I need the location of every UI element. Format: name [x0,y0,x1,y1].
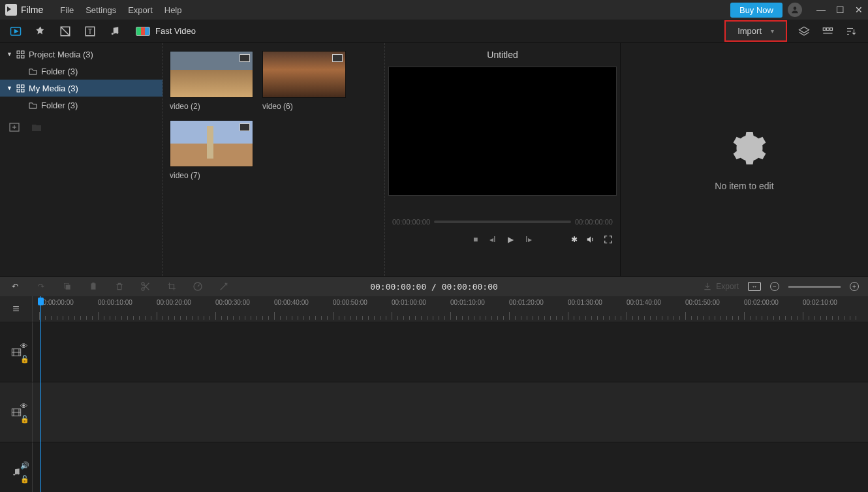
volume-icon[interactable] [585,235,596,244]
svg-point-0 [794,7,797,10]
tree-my-folder[interactable]: Folder (3) [0,97,163,114]
ruler-label: 00:01:10:00 [450,299,485,306]
fullscreen-icon[interactable] [604,235,613,244]
tree-project-media[interactable]: ▼ Project Media (3) [0,46,163,63]
zoom-out-icon[interactable]: − [770,282,779,291]
svg-rect-19 [17,55,20,57]
tree-label: Folder (3) [41,100,78,110]
copy-icon[interactable] [61,281,73,292]
speaker-icon[interactable]: 🔊 [20,461,29,470]
tree-project-folder[interactable]: Folder (3) [0,63,163,80]
svg-point-7 [112,33,114,35]
main-area: ▼ Project Media (3) Folder (3) ▼ My Medi… [0,43,868,277]
menu-help[interactable]: Help [164,5,182,15]
svg-rect-24 [22,89,24,91]
audio-tab-icon[interactable] [108,25,121,38]
lock-icon[interactable]: 🔓 [20,414,29,423]
settings-icon[interactable]: ✱ [571,235,578,244]
text-tab-icon[interactable]: T [84,25,97,38]
fast-video-button[interactable]: Fast Video [136,26,196,36]
media-thumb[interactable]: video (7) [170,120,253,180]
ruler-label: 00:00:20:00 [157,299,191,306]
buy-now-button[interactable]: Buy Now [730,3,783,18]
split-icon[interactable] [140,281,151,292]
svg-rect-11 [827,27,829,30]
scrub-bar[interactable] [434,221,571,223]
app-name: Filme [21,5,43,15]
eye-icon[interactable]: 👁 [20,341,29,349]
grid-icon [16,50,25,59]
fast-video-icon [136,27,150,36]
svg-rect-12 [830,27,833,30]
zoom-slider[interactable] [788,286,841,288]
next-frame-icon[interactable]: Ⅰ▸ [525,235,532,244]
toolbar: T Fast Video Import ▾ [0,20,868,43]
caret-down-icon: ▼ [7,51,12,57]
window-minimize[interactable]: — [816,5,826,15]
media-thumb[interactable]: video (2) [170,51,253,111]
media-thumb[interactable]: video (6) [262,51,346,111]
film-icon [240,54,250,62]
svg-rect-23 [17,89,20,91]
paste-icon[interactable] [87,281,99,292]
menu-bar: File Settings Export Help [60,5,181,15]
add-folder-icon[interactable] [9,123,20,132]
preview-canvas[interactable] [388,67,617,196]
playback-controls: ■ ◂Ⅰ ▶ Ⅰ▸ ✱ [392,235,613,244]
speed-icon[interactable] [192,281,204,292]
play-icon[interactable]: ▶ [508,235,514,244]
delete-icon[interactable] [114,281,125,292]
grid-icon [16,84,25,93]
ruler-menu-icon[interactable]: ≡ [0,296,33,322]
eye-icon[interactable]: 👁 [20,401,29,409]
ruler-label: 00:00:30:00 [215,299,250,306]
svg-point-47 [18,472,20,474]
preview-title: Untitled [487,50,518,60]
lock-icon[interactable]: 🔓 [20,475,29,484]
fit-icon[interactable]: ↔ [748,282,761,291]
app-logo: Filme [5,4,43,16]
export-button[interactable]: Export [703,282,739,291]
menu-export[interactable]: Export [128,5,153,15]
effects-tab-icon[interactable] [34,25,47,38]
transitions-tab-icon[interactable] [59,25,72,38]
timecode-display: 00:00:00:00 / 00:00:00:00 [370,282,498,292]
svg-line-4 [61,27,70,36]
svg-rect-22 [22,85,24,87]
svg-rect-10 [823,27,826,30]
window-maximize[interactable]: ☐ [836,5,845,15]
prev-frame-icon[interactable]: ◂Ⅰ [489,235,496,244]
stop-icon[interactable]: ■ [473,235,478,244]
menu-settings[interactable]: Settings [85,5,116,15]
thumb-label: video (2) [170,102,253,111]
undo-icon[interactable]: ↶ [9,281,21,292]
video-track-2[interactable]: 👁🔓 [0,382,868,442]
delete-folder-icon[interactable] [31,123,42,132]
import-button[interactable]: Import ▾ [724,20,787,42]
crop-icon[interactable] [166,281,178,292]
audio-track-1[interactable]: 🔊🔓 [0,442,868,492]
gear-icon [728,129,761,161]
titlebar: Filme File Settings Export Help Buy Now … [0,0,868,20]
timeline-ruler[interactable]: ≡ 00:00:00:0000:00:10:0000:00:20:0000:00… [0,296,868,322]
thumbnail-image [170,120,253,167]
video-track-1[interactable]: 👁🔓 [0,322,868,382]
menu-file[interactable]: File [60,5,74,15]
zoom-in-icon[interactable]: + [850,282,859,291]
sort-icon[interactable] [845,25,858,38]
export-label: Export [716,282,739,291]
lock-icon[interactable]: 🔓 [20,354,29,363]
grid-view-icon[interactable] [821,25,834,38]
window-close[interactable]: ✕ [855,5,863,15]
playhead[interactable] [40,296,41,492]
thumb-label: video (6) [262,102,346,111]
redo-icon[interactable]: ↷ [35,281,47,292]
ruler-label: 00:01:40:00 [627,299,661,306]
media-tab-icon[interactable] [9,25,22,38]
layers-icon[interactable] [798,25,811,38]
user-avatar[interactable] [788,3,802,17]
color-icon[interactable] [218,281,230,292]
tree-my-media[interactable]: ▼ My Media (3) [0,80,163,97]
ruler-label: 00:00:00:00 [39,299,74,306]
ruler-label: 00:00:10:00 [98,299,132,306]
